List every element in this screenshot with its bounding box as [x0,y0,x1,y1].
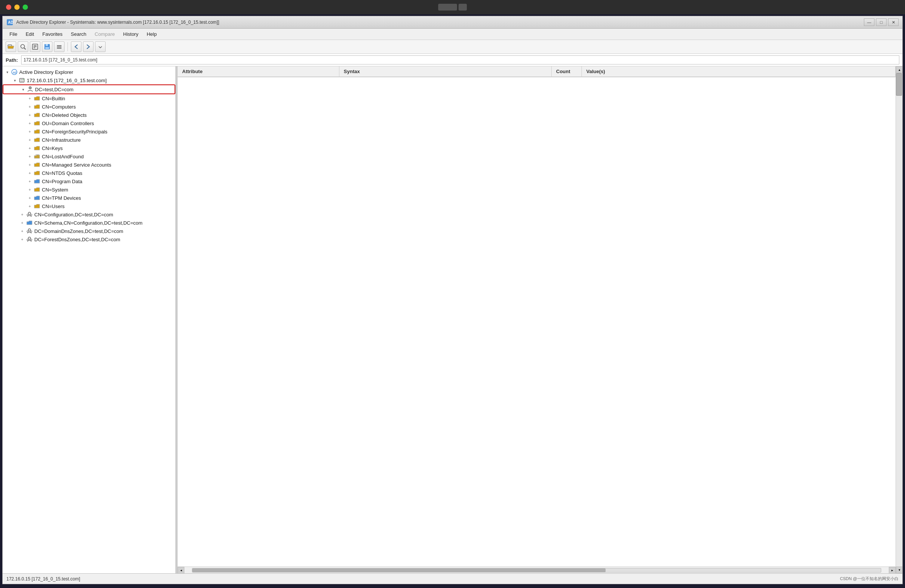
tree-item-cn-system[interactable]: + CN=System [3,185,175,194]
svg-rect-19 [21,81,23,81]
tree-root-label: Active Directory Explorer [19,69,73,75]
expand-cn-config[interactable]: + [19,211,25,217]
tree-item-cn-config[interactable]: + CN=Configuration,DC=test,DC=com [3,210,175,219]
tree-item-cn-programdata[interactable]: + CN=Program Data [3,177,175,185]
close-button[interactable] [6,5,11,10]
tree-item-ou-dc[interactable]: + OU=Domain Controllers [3,119,175,127]
tree-item-cn-builtin[interactable]: + CN=Builtin [3,94,175,103]
svg-point-30 [27,239,28,241]
expand-cn-users[interactable]: + [27,203,33,209]
svg-point-31 [30,239,32,241]
toolbar-search-button[interactable] [18,41,28,52]
attr-col-header-count[interactable]: Count [552,67,582,76]
path-label: Path: [6,57,18,63]
expand-dc-domainzones[interactable]: + [19,228,25,234]
toolbar-settings-button[interactable] [54,41,65,52]
expand-server[interactable]: ▾ [12,77,18,83]
cn-tpm-icon [33,195,40,201]
hscroll-left-arrow[interactable]: ◂ [178,567,184,574]
window-titlebar: AD Active Directory Explorer - Sysintern… [3,16,902,29]
tree-item-cn-tpm[interactable]: + CN=TPM Devices [3,194,175,202]
expand-cn-keys[interactable]: + [27,145,33,151]
toolbar-open-button[interactable] [6,41,16,52]
vscroll-up-arrow[interactable]: ▴ [896,67,902,73]
expand-cn-infrastructure[interactable]: + [27,137,33,143]
attr-col-header-syntax[interactable]: Syntax [339,67,552,76]
vscroll-track[interactable] [896,73,902,566]
maximize-button[interactable] [23,5,28,10]
tree-item-cn-foreign[interactable]: + CN=ForeignSecurityPrincipals [3,127,175,136]
tree-item-dc-test[interactable]: ▾ DC=test,DC=com [3,84,175,94]
attr-vertical-scrollbar[interactable]: ▴ ▾ [895,67,902,573]
expand-dc-test[interactable]: ▾ [20,86,26,92]
cn-foreign-icon [33,128,40,135]
hscroll-right-arrow[interactable]: ▸ [889,567,895,574]
svg-rect-18 [21,79,23,80]
svg-rect-10 [46,44,48,46]
tree-cn-deleted-label: CN=Deleted Objects [42,113,87,118]
mac-window-controls[interactable] [6,5,28,10]
path-input[interactable] [21,55,900,65]
menu-help[interactable]: Help [143,30,160,38]
attr-col-header-attribute[interactable]: Attribute [178,67,339,76]
expand-cn-ntds[interactable]: + [27,170,33,176]
tree-item-root[interactable]: ▾ AD Active Directory Explorer [3,68,175,76]
hscroll-thumb[interactable] [192,568,606,572]
tree-item-cn-deleted[interactable]: + CN=Deleted Objects [3,111,175,119]
menu-edit[interactable]: Edit [22,30,38,38]
tree-item-cn-msa[interactable]: + CN=Managed Service Accounts [3,160,175,169]
toolbar-back-button[interactable] [71,41,81,52]
expand-cn-tpm[interactable]: + [27,195,33,201]
expand-cn-builtin[interactable]: + [27,95,33,101]
expand-cn-lostandfound[interactable]: + [27,154,33,159]
tree-item-dc-forestzones[interactable]: + DC=ForestDnsZones,DC=test,DC=com [3,235,175,244]
menu-history[interactable]: History [119,30,142,38]
tree-item-cn-keys[interactable]: + CN=Keys [3,144,175,152]
tree-item-cn-lostandfound[interactable]: + CN=LostAndFound [3,152,175,160]
titlebar-decoration [438,4,467,11]
tree-item-dc-domainzones[interactable]: + DC=DomainDnsZones,DC=test,DC=com [3,227,175,235]
expand-cn-system[interactable]: + [27,187,33,193]
tree-root: ▾ AD Active Directory Explorer ▾ [3,67,175,245]
toolbar-forward-button[interactable] [83,41,94,52]
expand-root[interactable]: ▾ [4,69,10,75]
tree-cn-foreign-label: CN=ForeignSecurityPrincipals [42,129,108,135]
cn-keys-icon [33,145,40,152]
expand-ou-dc[interactable]: + [27,120,33,126]
expand-cn-foreign[interactable]: + [27,128,33,135]
minimize-win-button[interactable]: — [864,19,875,26]
expand-dc-forestzones[interactable]: + [19,236,25,242]
hscroll-track[interactable] [192,568,881,572]
expand-cn-deleted[interactable]: + [27,112,33,118]
expand-cn-schema[interactable]: + [19,220,25,226]
tree-item-cn-computers[interactable]: + CN=Computers [3,103,175,111]
restore-win-button[interactable]: □ [876,19,886,26]
close-win-button[interactable]: ✕ [888,19,899,26]
tree-item-server[interactable]: ▾ 172.16.0.15 [172_16_0_15.test.com] [3,76,175,84]
tree-cn-keys-label: CN=Keys [42,146,63,151]
menu-file[interactable]: File [6,30,21,38]
attr-col-header-values[interactable]: Value(s) [582,67,895,76]
menu-favorites[interactable]: Favorites [38,30,66,38]
cn-builtin-icon [33,95,40,102]
tree-item-cn-users[interactable]: + CN=Users [3,202,175,210]
expand-cn-msa[interactable]: + [27,162,33,168]
tree-item-cn-ntds[interactable]: + CN=NTDS Quotas [3,169,175,177]
tree-item-cn-schema[interactable]: + CN=Schema,CN=Configuration,DC=test,DC=… [3,219,175,227]
svg-point-26 [28,229,30,231]
tree-item-cn-infrastructure[interactable]: + CN=Infrastructure [3,136,175,144]
tree-panel[interactable]: ▾ AD Active Directory Explorer ▾ [3,67,176,573]
toolbar-properties-button[interactable] [30,41,40,52]
expand-cn-computers[interactable]: + [27,104,33,110]
expand-cn-programdata[interactable]: + [27,178,33,184]
svg-point-3 [21,44,24,48]
toolbar-save-button[interactable] [42,41,52,52]
window-control-buttons[interactable]: — □ ✕ [864,19,899,26]
vscroll-down-arrow[interactable]: ▾ [896,566,902,573]
toolbar-history-dropdown-button[interactable] [95,41,106,52]
vscroll-thumb[interactable] [896,73,902,96]
main-content: ▾ AD Active Directory Explorer ▾ [3,67,902,573]
menu-search[interactable]: Search [67,30,90,38]
minimize-button[interactable] [14,5,20,10]
attr-horizontal-scrollbar[interactable]: ◂ ▸ [178,566,895,573]
